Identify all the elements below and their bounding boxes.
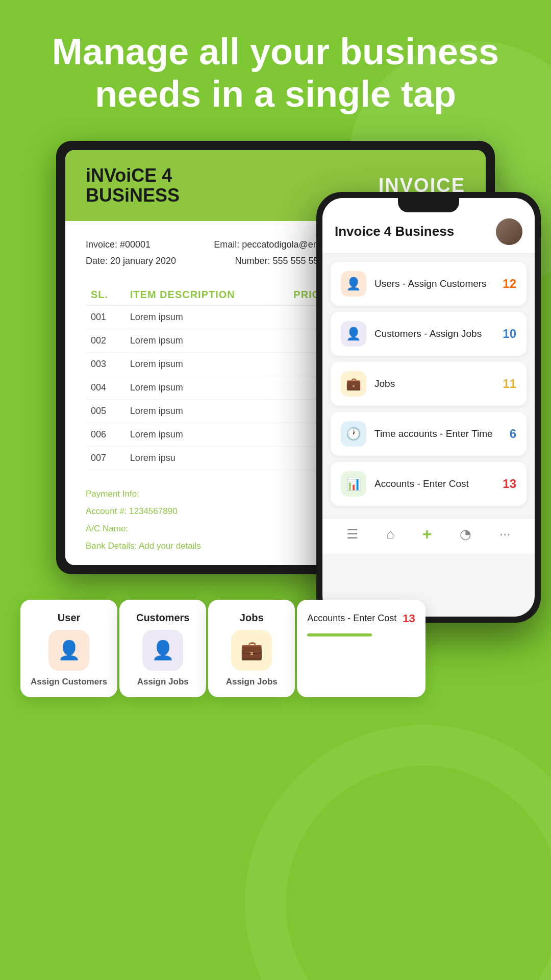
- list-item-users[interactable]: 👤Users - Assign Customers12: [331, 262, 527, 306]
- nav-menu-icon[interactable]: ☰: [346, 526, 358, 542]
- jobs-card-title: Jobs: [240, 612, 264, 624]
- customers-card-icon: 👤: [142, 630, 183, 671]
- accounts-partial-card[interactable]: Accounts - Enter Cost 13: [297, 600, 425, 697]
- hero-title: Manage all your business needs in a sing…: [0, 0, 551, 141]
- phone-bottom-nav[interactable]: ☰ ⌂ + ◔ ···: [322, 518, 535, 554]
- nav-more-icon[interactable]: ···: [499, 526, 511, 542]
- customers-card[interactable]: Customers👤Assign Jobs: [119, 600, 206, 697]
- list-item-jobs[interactable]: 💼Jobs11: [331, 362, 527, 406]
- list-item-accounts[interactable]: 📊Accounts - Enter Cost13: [331, 462, 527, 506]
- bottom-cards-section: User👤Assign CustomersCustomers👤Assign Jo…: [0, 584, 551, 697]
- jobs-card[interactable]: Jobs💼Assign Jobs: [208, 600, 295, 697]
- jobs-count: 11: [503, 377, 516, 391]
- users-count: 12: [503, 277, 516, 291]
- accounts-icon: 📊: [341, 471, 366, 497]
- phone-notch: [398, 198, 459, 212]
- jobs-card-label: Assign Jobs: [226, 677, 278, 687]
- time-count: 6: [510, 427, 516, 441]
- jobs-label: Jobs: [374, 378, 494, 389]
- list-item-time[interactable]: 🕐Time accounts - Enter Time6: [331, 412, 527, 456]
- accounts-partial-label: Accounts - Enter Cost: [307, 613, 396, 624]
- user-card[interactable]: User👤Assign Customers: [20, 600, 117, 697]
- accounts-partial-count: 13: [403, 612, 415, 625]
- tablet-logo: iNVoiCE 4 BUSiNESS: [86, 165, 180, 206]
- time-icon: 🕐: [341, 421, 366, 447]
- user-card-icon: 👤: [48, 630, 89, 671]
- tablet-meta-left: Invoice: #00001 Date: 20 january 2020: [86, 236, 176, 270]
- time-label: Time accounts - Enter Time: [374, 428, 502, 439]
- customers-card-title: Customers: [136, 612, 189, 624]
- nav-home-icon[interactable]: ⌂: [386, 526, 394, 542]
- jobs-icon: 💼: [341, 371, 366, 397]
- customers-label: Customers - Assign Jobs: [374, 328, 494, 339]
- phone-device: Invoice 4 Business 👤Users - Assign Custo…: [316, 192, 541, 623]
- nav-add-icon[interactable]: +: [422, 525, 432, 544]
- accounts-label: Accounts - Enter Cost: [374, 478, 494, 489]
- phone-list: 👤Users - Assign Customers12👤Customers - …: [322, 254, 535, 514]
- col-desc: ITEM DESCRIPTION: [125, 285, 289, 305]
- users-icon: 👤: [341, 271, 366, 297]
- jobs-card-icon: 💼: [231, 630, 272, 671]
- customers-icon: 👤: [341, 321, 366, 347]
- nav-clock-icon[interactable]: ◔: [460, 526, 471, 542]
- avatar: [496, 218, 522, 245]
- accounts-count: 13: [503, 477, 516, 491]
- users-label: Users - Assign Customers: [374, 278, 494, 289]
- list-item-customers[interactable]: 👤Customers - Assign Jobs10: [331, 312, 527, 356]
- user-card-label: Assign Customers: [31, 677, 107, 687]
- user-card-title: User: [58, 612, 80, 624]
- col-sl: SL.: [86, 285, 125, 305]
- customers-count: 10: [503, 327, 516, 341]
- phone-app-title: Invoice 4 Business: [335, 224, 454, 239]
- customers-card-label: Assign Jobs: [137, 677, 189, 687]
